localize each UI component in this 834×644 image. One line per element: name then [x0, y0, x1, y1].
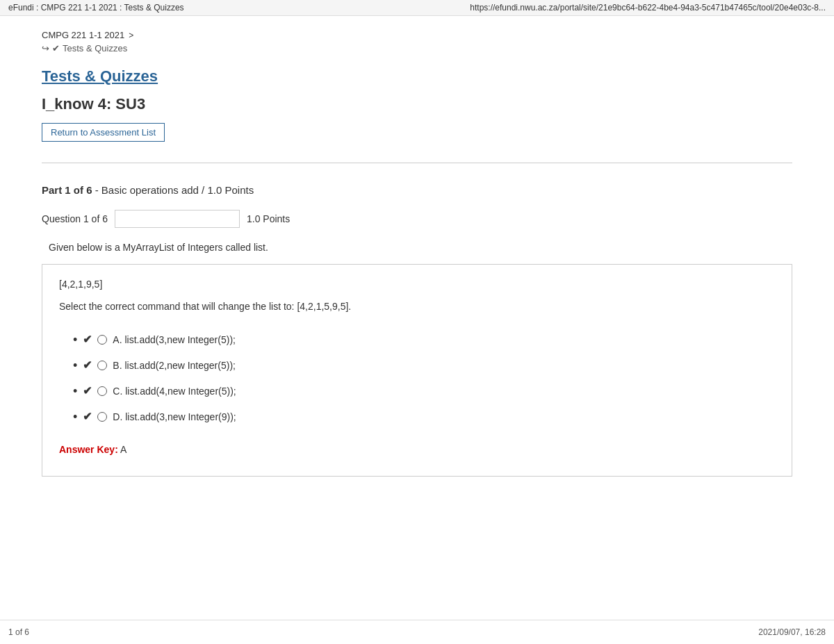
option-b-text: B. list.add(2,new Integer(5));	[113, 360, 236, 371]
breadcrumb-arrow: >	[129, 31, 133, 40]
page-wrapper: CMPG 221 1-1 2021 > ↪ ✔ Tests & Quizzes …	[0, 16, 834, 518]
list-item: • ✔ B. list.add(2,new Integer(5));	[73, 358, 775, 372]
list-item: • ✔ D. list.add(3,new Integer(9));	[73, 410, 775, 423]
breadcrumb-course: CMPG 221 1-1 2021	[42, 30, 124, 40]
divider	[42, 163, 792, 163]
question-box: [4,2,1,9,5] Select the correct command t…	[42, 264, 792, 477]
question-meta: Question 1 of 6 1.0 Points	[42, 210, 792, 228]
answer-key-label: Answer Key:	[59, 444, 118, 455]
question-points: 1.0 Points	[247, 213, 290, 224]
option-a-text: A. list.add(3,new Integer(5));	[113, 334, 236, 345]
assessment-title: I_know 4: SU3	[42, 95, 792, 113]
bullet-dot-c: •	[73, 385, 77, 397]
question-body: Given below is a MyArrayList of Integers…	[49, 242, 792, 253]
redirect-icon: ↪	[42, 43, 49, 53]
list-item: • ✔ C. list.add(4,new Integer(5));	[73, 384, 775, 397]
answer-key: Answer Key: A	[59, 444, 775, 455]
check-mark-b: ✔	[83, 358, 92, 372]
check-mark-d: ✔	[83, 410, 92, 423]
question-label: Question 1 of 6	[42, 213, 108, 224]
bullet-dot-b: •	[73, 359, 77, 372]
array-display: [4,2,1,9,5]	[59, 279, 775, 290]
browser-title: eFundi : CMPG 221 1-1 2021 : Tests & Qui…	[8, 3, 184, 13]
options-list: • ✔ A. list.add(3,new Integer(5)); • ✔ B…	[73, 333, 775, 423]
radio-c[interactable]	[97, 386, 107, 396]
breadcrumb-line2: ↪ ✔ Tests & Quizzes	[42, 43, 792, 53]
bullet-dot-a: •	[73, 333, 77, 346]
part-header: Part 1 of 6 - Basic operations add / 1.0…	[42, 184, 792, 196]
question-input[interactable]	[115, 210, 240, 228]
check-icon-breadcrumb: ✔	[52, 43, 60, 53]
list-item: • ✔ A. list.add(3,new Integer(5));	[73, 333, 775, 346]
answer-key-value: A	[120, 444, 126, 455]
breadcrumb-line1: CMPG 221 1-1 2021 >	[42, 30, 792, 40]
browser-bar: eFundi : CMPG 221 1-1 2021 : Tests & Qui…	[0, 0, 834, 16]
browser-url: https://efundi.nwu.ac.za/portal/site/21e…	[470, 3, 826, 13]
check-mark-c: ✔	[83, 384, 92, 397]
breadcrumb-page: Tests & Quizzes	[63, 43, 127, 53]
radio-a[interactable]	[97, 335, 107, 345]
radio-b[interactable]	[97, 361, 107, 370]
return-to-assessment-list-button[interactable]: Return to Assessment List	[42, 123, 165, 142]
page-title[interactable]: Tests & Quizzes	[42, 67, 792, 85]
option-d-text: D. list.add(3,new Integer(9));	[113, 411, 236, 422]
radio-d[interactable]	[97, 412, 107, 422]
part-header-bold: Part 1 of 6	[42, 184, 92, 196]
question-instruction: Select the correct command that will cha…	[59, 301, 775, 312]
option-c-text: C. list.add(4,new Integer(5));	[113, 386, 236, 397]
part-header-normal: - Basic operations add / 1.0 Points	[92, 184, 254, 196]
check-mark-a: ✔	[83, 333, 92, 346]
bullet-dot-d: •	[73, 411, 77, 423]
